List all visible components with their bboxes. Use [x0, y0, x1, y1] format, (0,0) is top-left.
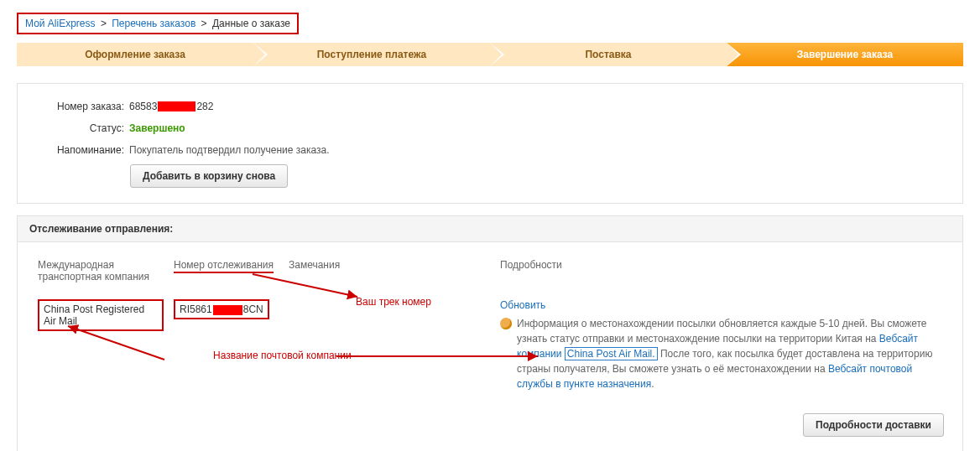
redacted-bar	[158, 101, 195, 111]
status-label: Статус:	[36, 121, 124, 136]
redacted-bar	[213, 305, 242, 315]
col-details-header: Подробности	[500, 259, 942, 294]
order-number-label: Номер заказа:	[36, 99, 124, 114]
order-number-value: 68583282	[129, 99, 213, 114]
col-trackno-header: Номер отслеживания	[174, 259, 287, 294]
annotation-your-track: Ваш трек номер	[356, 296, 490, 308]
tracking-heading: Отслеживание отправления:	[18, 216, 962, 242]
breadcrumb-current: Данные о заказе	[212, 18, 290, 29]
step-payment: Поступление платежа	[253, 43, 490, 66]
bulb-icon	[500, 318, 512, 329]
refresh-link[interactable]: Обновить	[500, 299, 545, 311]
step-shipping: Поставка	[490, 43, 727, 66]
breadcrumb: Мой AliExpress > Перечень заказов > Данн…	[17, 13, 299, 34]
col-company-header: Международная транспортная компания	[38, 259, 172, 294]
col-notes-header: Замечания	[289, 259, 498, 294]
progress-steps: Оформление заказа Поступление платежа По…	[17, 43, 963, 66]
delivery-details-button[interactable]: Подробности доставки	[803, 413, 944, 437]
tracking-panel: Отслеживание отправления: Международная …	[17, 215, 963, 451]
annotation-company-name: Название почтовой компании	[213, 350, 490, 361]
reminder-label: Напоминание:	[36, 143, 124, 158]
breadcrumb-home[interactable]: Мой AliExpress	[25, 18, 96, 29]
step-complete: Завершение заказа	[727, 43, 963, 66]
step-checkout: Оформление заказа	[17, 43, 253, 66]
tracking-number-value: RI58618CN	[174, 299, 269, 319]
status-value: Завершено	[129, 121, 185, 136]
breadcrumb-orders[interactable]: Перечень заказов	[112, 18, 195, 29]
add-to-cart-again-button[interactable]: Добавить в корзину снова	[130, 164, 288, 188]
tracking-info-text: Информация о местонахождении посылки обн…	[517, 316, 934, 391]
order-info-panel: Номер заказа: 68583282 Статус: Завершено…	[17, 83, 963, 204]
reminder-value: Покупатель подтвердил получение заказа.	[129, 143, 330, 158]
shipping-company-value: China Post Registered Air Mail	[38, 299, 164, 331]
